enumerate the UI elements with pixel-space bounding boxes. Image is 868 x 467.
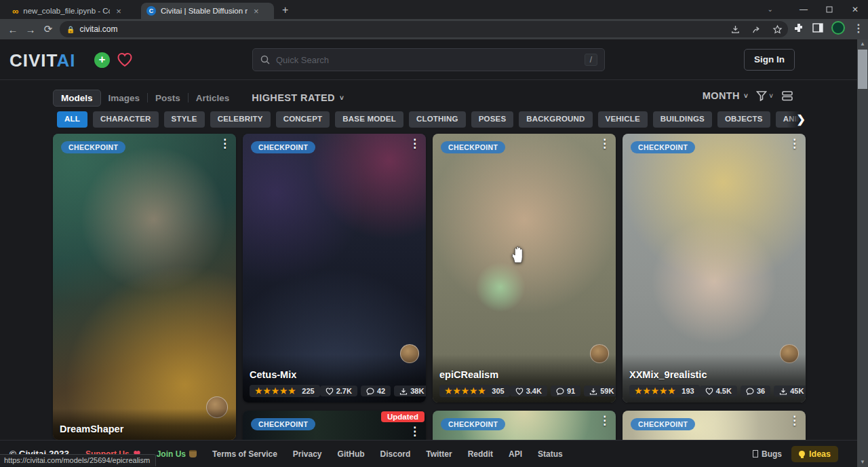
footer-link-github[interactable]: GitHub: [338, 449, 365, 459]
download-icon: [779, 388, 787, 395]
footer-link-join-us[interactable]: Join Us: [157, 449, 197, 459]
footer-link-status[interactable]: Status: [538, 449, 563, 459]
comments-pill: 91: [551, 386, 580, 396]
close-window-button[interactable]: ✕: [842, 5, 868, 14]
model-card-xxmix-9realistic[interactable]: CHECKPOINT ⋮ XXMix_9realistic ★★★★★193 4…: [623, 134, 806, 403]
feed-nav: Models Images Posts Articles HIGHEST RAT…: [53, 89, 807, 107]
tab-models[interactable]: Models: [53, 90, 101, 107]
create-plus-button[interactable]: +: [94, 52, 110, 68]
extensions-puzzle-icon[interactable]: [793, 22, 804, 33]
likes-count: 4.5K: [716, 387, 732, 395]
share-icon[interactable]: [751, 24, 762, 35]
sort-dropdown[interactable]: HIGHEST RATED˅: [252, 92, 344, 103]
new-tab-button[interactable]: +: [282, 5, 288, 16]
category-all[interactable]: ALL: [57, 111, 87, 128]
card-menu-icon[interactable]: ⋮: [599, 138, 610, 149]
footer-link-api[interactable]: API: [509, 449, 522, 459]
card-menu-icon[interactable]: ⋮: [409, 426, 420, 437]
bookmark-star-icon[interactable]: [772, 24, 783, 35]
category-vehicle[interactable]: VEHICLE: [598, 111, 648, 128]
footer-link-privacy[interactable]: Privacy: [293, 449, 322, 459]
star-rating-icon: ★★★★★: [635, 386, 676, 396]
lightbulb-icon: [799, 451, 805, 457]
model-title: epiCRealism: [439, 369, 609, 380]
rating-pill: ★★★★★225: [250, 385, 320, 397]
card-stats: ★★★★★305 3.4K 91 59K: [439, 385, 609, 397]
comments-count: 42: [377, 387, 385, 395]
reload-icon[interactable]: ⟳: [39, 23, 57, 35]
period-dropdown[interactable]: MONTH˅: [703, 90, 748, 101]
tab-close-icon[interactable]: ×: [115, 6, 123, 16]
card-info: XXMix_9realistic ★★★★★193 4.5K 36 45K: [623, 354, 806, 403]
category-base-model[interactable]: BASE MODEL: [335, 111, 403, 128]
scroll-down-arrow[interactable]: ▼: [857, 457, 868, 467]
window-controls: — ✕: [791, 0, 868, 19]
back-icon[interactable]: ←: [4, 24, 22, 35]
category-objects[interactable]: OBJECTS: [717, 111, 770, 128]
category-celebrity[interactable]: CELEBRITY: [210, 111, 271, 128]
category-poses[interactable]: POSES: [471, 111, 514, 128]
footer-link-reddit[interactable]: Reddit: [468, 449, 493, 459]
card-menu-icon[interactable]: ⋮: [789, 415, 800, 426]
tab-close-icon[interactable]: ×: [252, 6, 260, 16]
ideas-button[interactable]: Ideas: [791, 446, 838, 462]
browser-tab-colab[interactable]: ∞ new_colab_file.ipynb - Colaborat ×: [7, 3, 136, 19]
category-style[interactable]: STYLE: [164, 111, 205, 128]
downloads-count: 45K: [790, 387, 804, 395]
layout-toggle-icon[interactable]: [781, 90, 793, 101]
model-type-badge: CHECKPOINT: [251, 418, 315, 430]
model-type-badge: CHECKPOINT: [251, 141, 315, 153]
comment-icon: [746, 388, 754, 395]
bugs-link[interactable]: Bugs: [753, 449, 782, 459]
address-bar[interactable]: 🔒 civitai.com: [60, 21, 788, 37]
mouse-hand-cursor: [510, 246, 525, 266]
heart-icon: [515, 388, 524, 395]
side-panel-icon[interactable]: [812, 22, 823, 33]
model-card-cetus-mix[interactable]: CHECKPOINT ⋮ Cetus-Mix ★★★★★225 2.7K 42 …: [243, 134, 426, 403]
sign-in-button[interactable]: Sign In: [744, 49, 795, 71]
chrome-menu-icon[interactable]: ⋮: [853, 22, 864, 35]
card-menu-icon[interactable]: ⋮: [599, 415, 610, 426]
category-clothing[interactable]: CLOTHING: [409, 111, 466, 128]
footer-link-terms[interactable]: Terms of Service: [212, 449, 277, 459]
model-card-epicrealism[interactable]: CHECKPOINT ⋮ epiCRealism ★★★★★305 3.4K 9…: [433, 134, 616, 403]
minimize-button[interactable]: —: [791, 5, 816, 14]
scroll-up-arrow[interactable]: ▲: [857, 39, 868, 49]
star-rating-icon: ★★★★★: [445, 386, 486, 396]
model-card-dreamshaper[interactable]: CHECKPOINT ⋮ DreamShaper: [53, 134, 236, 440]
scrollbar-thumb[interactable]: [858, 50, 867, 89]
rating-count: 225: [302, 387, 314, 395]
colab-icon: ∞: [12, 6, 18, 16]
maximize-button[interactable]: [816, 6, 842, 13]
status-bar-url: https://civitai.com/models/25694/epicrea…: [0, 454, 156, 466]
footer-link-discord[interactable]: Discord: [380, 449, 411, 459]
card-info: Cetus-Mix ★★★★★225 2.7K 42 38K: [243, 354, 426, 403]
card-menu-icon[interactable]: ⋮: [219, 138, 231, 149]
tab-articles[interactable]: Articles: [189, 90, 237, 106]
page-scrollbar[interactable]: ▲ ▼: [857, 39, 868, 467]
civitai-logo[interactable]: CIVITAI: [9, 50, 76, 71]
forward-icon[interactable]: →: [22, 24, 39, 35]
tab-images[interactable]: Images: [101, 90, 148, 106]
tab-posts[interactable]: Posts: [148, 90, 188, 106]
save-icon[interactable]: [730, 24, 741, 35]
likes-pill: 4.5K: [700, 386, 737, 396]
card-menu-icon[interactable]: ⋮: [409, 138, 420, 149]
comments-pill: 36: [741, 386, 770, 396]
favorites-heart-icon[interactable]: [117, 52, 133, 67]
filter-dropdown[interactable]: ˅: [756, 90, 773, 101]
profile-avatar[interactable]: [831, 21, 845, 35]
categories-next-arrow[interactable]: ❯: [787, 111, 806, 128]
search-input[interactable]: Quick Search /: [252, 48, 605, 71]
card-menu-icon[interactable]: ⋮: [789, 138, 800, 149]
category-concept[interactable]: CONCEPT: [276, 111, 330, 128]
footer-link-twitter[interactable]: Twitter: [426, 449, 452, 459]
category-buildings[interactable]: BUILDINGS: [653, 111, 712, 128]
downloads-count: 59K: [600, 387, 614, 395]
feed-controls: MONTH˅ ˅: [703, 90, 793, 101]
category-background[interactable]: BACKGROUND: [519, 111, 592, 128]
tab-search-chevron-icon[interactable]: ⌄: [768, 5, 773, 13]
category-character[interactable]: CHARACTER: [93, 111, 159, 128]
browser-tab-civitai[interactable]: C Civitai | Stable Diffusion models, ×: [141, 3, 274, 19]
url-text[interactable]: civitai.com: [79, 24, 117, 34]
